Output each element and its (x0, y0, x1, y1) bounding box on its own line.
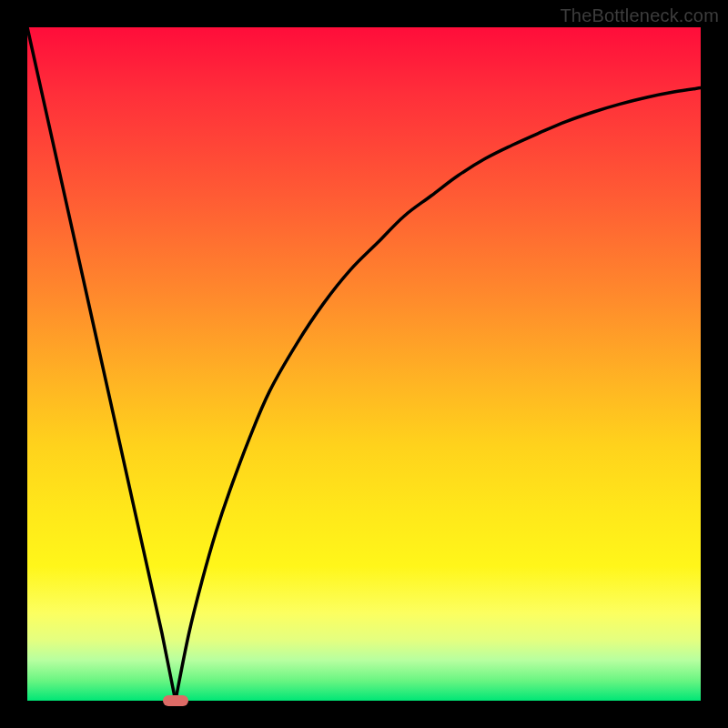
outer-frame: TheBottleneck.com (0, 0, 728, 728)
right-branch-curve (176, 88, 701, 701)
watermark-text: TheBottleneck.com (560, 5, 719, 26)
plot-area (27, 27, 701, 701)
left-branch-curve (27, 27, 176, 701)
minimum-marker (163, 695, 188, 706)
curve-layer (27, 27, 701, 701)
